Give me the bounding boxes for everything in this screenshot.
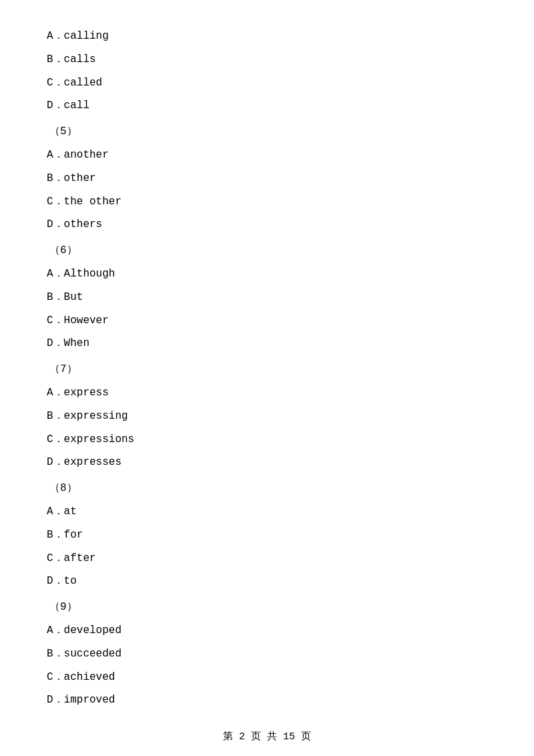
list-item: A．calling xyxy=(47,27,487,46)
list-item: A．Although xyxy=(47,264,487,284)
section-8: （8） A．at B．for C．after D．to xyxy=(47,479,487,591)
section-5: （5） A．another B．other C．the other D．othe… xyxy=(47,122,487,234)
list-item: B．succeeded xyxy=(47,644,487,664)
main-content: A．calling B．calls C．called D．call （5） A．… xyxy=(0,0,534,754)
list-item: B．other xyxy=(47,169,487,188)
list-item: D．expresses xyxy=(47,453,487,472)
section-0: A．calling B．calls C．called D．call xyxy=(47,27,487,116)
list-item: D．improved xyxy=(47,691,487,710)
section-number: （6） xyxy=(47,241,487,260)
list-item: D．call xyxy=(47,96,487,116)
list-item: B．calls xyxy=(47,50,487,69)
list-item: A．another xyxy=(47,146,487,165)
list-item: C．achieved xyxy=(47,668,487,687)
list-item: D．When xyxy=(47,334,487,353)
list-item: D．to xyxy=(47,572,487,591)
section-number: （8） xyxy=(47,479,487,498)
list-item: B．expressing xyxy=(47,407,487,426)
list-item: C．the other xyxy=(47,192,487,212)
list-item: C．However xyxy=(47,311,487,331)
list-item: B．for xyxy=(47,526,487,545)
list-item: C．after xyxy=(47,549,487,568)
list-item: D．others xyxy=(47,215,487,234)
section-6: （6） A．Although B．But C．However D．When xyxy=(47,241,487,353)
page-footer: 第 2 页 共 15 页 xyxy=(0,730,534,743)
list-item: A．at xyxy=(47,502,487,522)
list-item: A．developed xyxy=(47,621,487,640)
list-item: C．expressions xyxy=(47,430,487,449)
section-9: （9） A．developed B．succeeded C．achieved D… xyxy=(47,598,487,710)
section-number: （7） xyxy=(47,360,487,379)
section-7: （7） A．express B．expressing C．expressions… xyxy=(47,360,487,472)
section-number: （9） xyxy=(47,598,487,617)
list-item: A．express xyxy=(47,383,487,403)
list-item: B．But xyxy=(47,288,487,307)
list-item: C．called xyxy=(47,73,487,93)
section-number: （5） xyxy=(47,122,487,142)
